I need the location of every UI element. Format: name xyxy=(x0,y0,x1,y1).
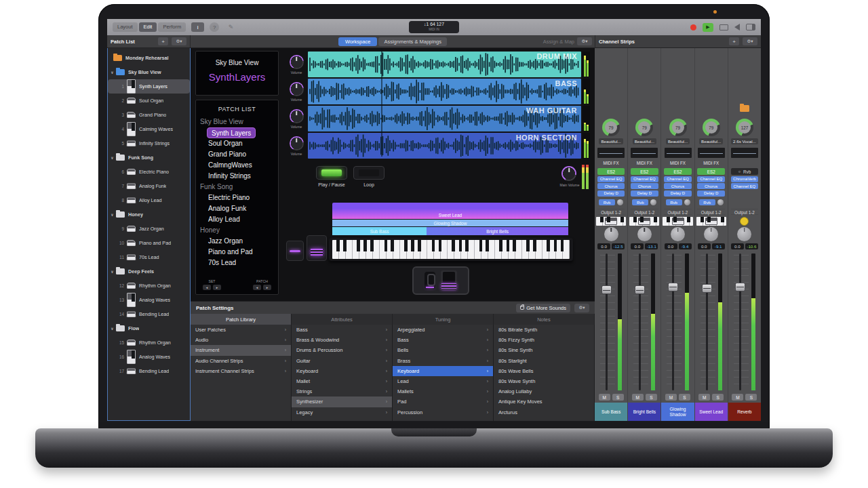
fader[interactable] xyxy=(629,252,659,392)
track-volume-knob[interactable] xyxy=(290,136,304,150)
chevron-down-icon[interactable]: ∨ xyxy=(111,326,116,331)
fader-module[interactable] xyxy=(307,235,327,261)
strip-name-plate[interactable]: Sweet Lead xyxy=(695,403,728,421)
mute-button[interactable]: M xyxy=(732,394,743,401)
panels-icon[interactable] xyxy=(746,24,755,30)
eq-thumbnail[interactable] xyxy=(731,148,758,158)
patch-list-display-row[interactable]: Analog Funk xyxy=(200,203,275,214)
browser-row[interactable]: 80s Bitrate Synth xyxy=(494,325,594,335)
instrument-slot-button[interactable]: ES2 xyxy=(664,168,692,175)
audio-fx-slot[interactable]: Chorus xyxy=(597,183,625,189)
sidebar-patch-row[interactable]: 8 Alloy Lead xyxy=(108,193,190,207)
browser-row[interactable]: Strings › xyxy=(292,386,392,396)
fader-cap[interactable] xyxy=(735,283,745,291)
send-level-knob[interactable] xyxy=(650,199,656,205)
track-volume-knob[interactable] xyxy=(290,109,304,123)
add-patch-button[interactable]: + xyxy=(158,37,168,45)
browser-row[interactable]: Instrument Channel Strips › xyxy=(191,366,291,376)
help-icon[interactable]: ? xyxy=(210,22,219,32)
strip-name-plate[interactable]: Bright Bells xyxy=(628,403,660,421)
output-button[interactable]: Output 1-2 xyxy=(697,209,725,215)
pan-knob[interactable] xyxy=(671,227,685,241)
smart-control-knob[interactable]: 79 xyxy=(703,119,720,136)
audio-fx-slot[interactable]: Delay D xyxy=(631,190,658,197)
patch-list-display-row[interactable]: Electric Piano xyxy=(200,192,275,203)
tab-assignments-mappings[interactable]: Assignments & Mappings xyxy=(378,37,447,46)
chevron-down-icon[interactable]: ∨ xyxy=(111,269,116,274)
patch-list-display-row[interactable]: Grand Piano xyxy=(200,149,275,160)
patch-list-display-row[interactable]: Alloy Lead xyxy=(200,214,275,225)
audio-fx-slot[interactable]: Chorus xyxy=(664,183,692,189)
layout-mode-button[interactable]: Layout xyxy=(113,22,138,32)
sidebar-patch-row[interactable]: 4 Calming Waves xyxy=(108,122,190,136)
layer-sweet-lead[interactable]: Sweet Lead xyxy=(332,203,568,219)
chevron-down-icon[interactable]: ∨ xyxy=(111,212,116,217)
eq-thumbnail[interactable] xyxy=(631,148,658,158)
pan-knob[interactable] xyxy=(637,227,652,241)
fader-cap[interactable] xyxy=(601,285,612,294)
display-icon[interactable] xyxy=(719,24,728,30)
mute-button[interactable]: M xyxy=(632,394,644,401)
audio-fx-slot[interactable]: Chorus xyxy=(697,183,725,189)
sidebar-patch-row[interactable]: 3 Grand Piano xyxy=(108,108,190,122)
browser-row[interactable]: Mallet › xyxy=(292,376,392,386)
patch-settings-action-menu[interactable]: ⚙▾ xyxy=(574,304,589,312)
pan-knob[interactable] xyxy=(604,227,618,241)
patch-list-display-row[interactable]: Soul Organ xyxy=(200,138,275,149)
solo-button[interactable]: S xyxy=(612,394,624,401)
audio-fx-slot[interactable]: Channel EQ xyxy=(597,176,625,182)
browser-row[interactable]: User Patches › xyxy=(191,325,291,335)
track-volume-knob[interactable] xyxy=(290,55,304,69)
smart-control-knob[interactable]: 79 xyxy=(635,119,653,136)
instrument-slot-button[interactable]: Rvb xyxy=(731,168,759,175)
expression-pedal[interactable] xyxy=(441,270,457,291)
tab-workspace[interactable]: Workspace xyxy=(338,37,377,46)
track-waveform[interactable]: BASS xyxy=(308,79,581,104)
browser-row[interactable]: Drums & Percussion › xyxy=(292,345,392,355)
patch-prev-button[interactable]: ◂ xyxy=(253,285,261,290)
audio-fx-slot[interactable]: Channel EQ xyxy=(697,176,725,182)
sidebar-patch-row[interactable]: 9 Jazz Organ xyxy=(108,222,190,236)
assign-map-button[interactable]: Assign & Map xyxy=(543,39,574,45)
eq-thumbnail[interactable] xyxy=(698,148,725,158)
sidebar-patch-row[interactable]: 10 Piano and Pad xyxy=(108,236,190,250)
edit-mode-button[interactable]: Edit xyxy=(139,22,157,32)
solo-button[interactable]: S xyxy=(745,394,757,401)
browser-row[interactable]: Audio › xyxy=(191,335,291,345)
track-volume-knob[interactable] xyxy=(290,82,304,96)
browser-row[interactable]: Synthesizer › xyxy=(292,396,392,407)
fader-cap[interactable] xyxy=(702,284,712,293)
sidebar-patch-row[interactable]: 14 Bending Lead xyxy=(108,307,190,321)
pan-knob[interactable] xyxy=(704,227,718,241)
edit-pencil-icon[interactable]: ✎ xyxy=(224,22,237,32)
browser-row[interactable]: Brass › xyxy=(393,356,493,366)
browser-row[interactable]: Brass & Woodwind › xyxy=(292,335,392,345)
browser-row[interactable]: Instrument › xyxy=(191,345,291,355)
track-waveform[interactable]: WAH GUITAR xyxy=(308,106,581,131)
channel-strips-action-menu[interactable]: ⚙▾ xyxy=(743,37,757,45)
audio-fx-slot[interactable]: Channel EQ xyxy=(731,183,759,189)
strip-name-plate[interactable]: Sub Bass xyxy=(595,403,627,421)
layer-bright-bells[interactable]: Bright Bells xyxy=(427,227,568,235)
output-button[interactable]: Output 1-2 xyxy=(664,209,692,215)
strip-name-plate[interactable]: Reverb xyxy=(728,403,761,421)
instrument-slot-button[interactable]: ES2 xyxy=(697,168,725,175)
add-channel-strip-button[interactable]: + xyxy=(729,37,739,45)
send-button[interactable]: Rvb xyxy=(599,199,615,205)
browser-row[interactable]: Arpeggiated › xyxy=(393,325,493,335)
smart-control-knob[interactable]: 79 xyxy=(602,119,620,136)
send-level-knob[interactable] xyxy=(617,199,623,205)
browser-row[interactable]: 80s Wave Synth xyxy=(494,376,594,386)
chevron-down-icon[interactable]: ∨ xyxy=(111,70,116,75)
browser-row[interactable]: Percussion › xyxy=(393,407,493,418)
main-volume-knob[interactable] xyxy=(561,166,576,181)
browser-row[interactable]: Guitar › xyxy=(292,356,392,366)
patch-list-display-row[interactable]: Honey xyxy=(200,225,275,236)
play-icon[interactable]: ▶ xyxy=(703,23,713,32)
audio-fx-slot[interactable]: ChromaVerb xyxy=(731,176,759,182)
track-waveform[interactable]: DRUM MIX xyxy=(308,52,581,77)
output-button[interactable]: Output 1-2 xyxy=(731,209,759,215)
solo-button[interactable]: S xyxy=(646,394,657,401)
set-next-button[interactable]: ▸ xyxy=(213,285,221,290)
patch-list-display-row[interactable]: Sky Blue View xyxy=(200,117,275,127)
